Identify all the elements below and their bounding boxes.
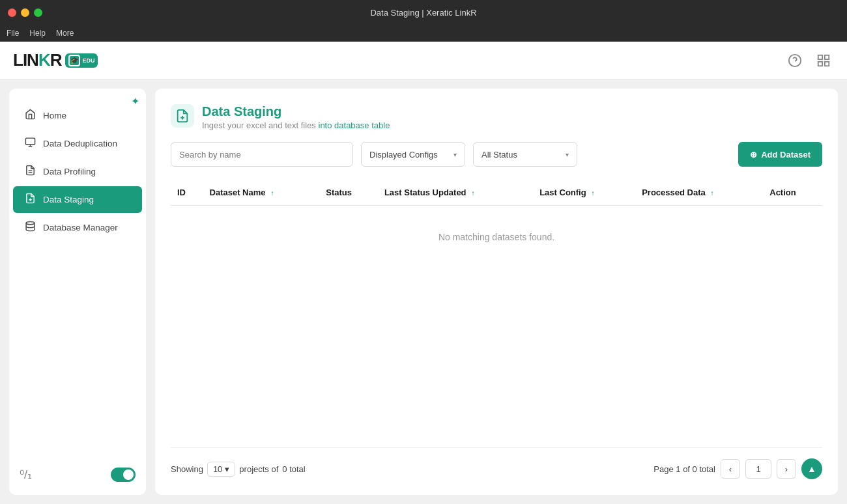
pagination-bar: Showing 10 ▾ projects of 0 total Page 1 … [171, 447, 822, 479]
dedup-icon [23, 137, 36, 150]
table-body: No matching datasets found. [171, 206, 822, 269]
app-container: LINKR 🎓 EDU [0, 42, 847, 504]
minimize-button[interactable] [21, 8, 29, 17]
sidebar-collapse-button[interactable]: ✦ [131, 95, 139, 107]
svg-rect-5 [825, 61, 829, 65]
sidebar-footer: ⁰/₁ [9, 461, 146, 488]
empty-state-message: No matching datasets found. [171, 206, 822, 269]
home-icon [23, 109, 36, 122]
badge-text: EDU [82, 57, 94, 64]
logo-text: LINKR [13, 50, 61, 70]
pagination-right: Page 1 of 0 total ‹ › ▲ [653, 458, 822, 479]
page-header: Data Staging Ingest your excel and text … [171, 104, 822, 130]
col-dataset-name[interactable]: Dataset Name ↑ [203, 180, 320, 206]
toolbar: Displayed Configs ▾ All Status ▾ ⊕ Add D… [171, 142, 822, 167]
profile-icon[interactable] [813, 50, 834, 71]
scroll-top-button[interactable]: ▲ [801, 458, 822, 479]
col-last-config[interactable]: Last Config ↑ [533, 180, 635, 206]
sidebar-label-dedup: Data Deduplication [43, 139, 117, 148]
header-icons [784, 50, 834, 71]
page-header-text: Data Staging Ingest your excel and text … [202, 104, 390, 130]
search-input[interactable] [171, 142, 353, 167]
badge-icon: 🎓 [68, 55, 80, 66]
subtitle-link[interactable]: into database table [319, 120, 390, 130]
displayed-configs-dropdown[interactable]: Displayed Configs ▾ [361, 142, 465, 167]
all-status-dropdown[interactable]: All Status ▾ [473, 142, 577, 167]
page-title: Data Staging [202, 104, 390, 119]
titlebar: Data Staging | Xeratic LinkR [0, 0, 847, 25]
sidebar-item-data-profiling[interactable]: Data Profiling [13, 158, 142, 185]
sidebar-label-staging: Data Staging [43, 195, 94, 204]
sidebar-item-database-manager[interactable]: Database Manager [13, 214, 142, 241]
shortcut-icon: ⁰/₁ [20, 468, 32, 482]
datasets-table: ID Dataset Name ↑ Status Last Status Upd… [171, 180, 822, 268]
sidebar-item-data-staging[interactable]: Data Staging [13, 186, 142, 213]
page-info: Page 1 of 0 total [653, 464, 715, 474]
theme-toggle[interactable] [111, 468, 136, 482]
app-header: LINKR 🎓 EDU [0, 42, 847, 79]
displayed-configs-label: Displayed Configs [369, 150, 438, 160]
maximize-button[interactable] [34, 8, 42, 17]
menubar: File Help More [0, 25, 847, 42]
close-button[interactable] [8, 8, 16, 17]
add-dataset-label: Add Dataset [761, 150, 811, 160]
sidebar-item-home[interactable]: Home [13, 102, 142, 129]
add-icon: ⊕ [750, 150, 757, 160]
per-page-select[interactable]: 10 ▾ [207, 462, 235, 477]
svg-point-13 [26, 221, 35, 224]
svg-rect-2 [818, 55, 822, 59]
all-status-label: All Status [481, 150, 517, 160]
sort-icon-last-status: ↑ [471, 189, 475, 197]
page-subtitle: Ingest your excel and text files into da… [202, 120, 390, 130]
main-layout: ✦ Home [0, 79, 847, 504]
sort-icon-last-config: ↑ [591, 189, 595, 197]
page-number-input[interactable] [745, 459, 771, 479]
logo: LINKR 🎓 EDU [13, 50, 98, 70]
next-page-button[interactable]: › [777, 459, 796, 479]
sidebar-label-home: Home [43, 111, 66, 120]
help-icon[interactable] [784, 50, 805, 71]
add-dataset-button[interactable]: ⊕ Add Dataset [738, 142, 822, 167]
window-title: Data Staging | Xeratic LinkR [370, 8, 476, 18]
page-header-icon [171, 104, 194, 128]
database-icon [23, 221, 36, 234]
sidebar-label-profiling: Data Profiling [43, 167, 96, 176]
sidebar-item-data-deduplication[interactable]: Data Deduplication [13, 130, 142, 157]
table-container: ID Dataset Name ↑ Status Last Status Upd… [171, 180, 822, 441]
sidebar-nav: Home Data Deduplication [9, 95, 146, 461]
profiling-icon [23, 165, 36, 178]
col-last-status-updated[interactable]: Last Status Updated ↑ [378, 180, 533, 206]
sort-icon-processed-data: ↑ [710, 189, 714, 197]
logo-badge: 🎓 EDU [65, 53, 98, 68]
sort-icon-dataset-name: ↑ [270, 189, 274, 197]
col-status: Status [319, 180, 378, 206]
table-header: ID Dataset Name ↑ Status Last Status Upd… [171, 180, 822, 206]
showing-label: Showing 10 ▾ projects of 0 total [171, 462, 306, 477]
empty-state-row: No matching datasets found. [171, 206, 822, 269]
sidebar: ✦ Home [9, 89, 146, 495]
prev-page-button[interactable]: ‹ [721, 459, 740, 479]
dropdown-arrow-status: ▾ [566, 151, 569, 158]
svg-rect-6 [25, 138, 35, 145]
staging-icon [23, 193, 36, 206]
menu-file[interactable]: File [7, 29, 19, 38]
dropdown-arrow-configs: ▾ [453, 151, 457, 158]
per-page-arrow: ▾ [225, 464, 229, 474]
svg-rect-3 [825, 55, 829, 59]
menu-more[interactable]: More [56, 29, 74, 38]
col-processed-data[interactable]: Processed Data ↑ [635, 180, 763, 206]
col-action: Action [763, 180, 822, 206]
sidebar-label-db: Database Manager [43, 223, 118, 232]
col-id: ID [171, 180, 203, 206]
content-area: Data Staging Ingest your excel and text … [155, 89, 838, 495]
window-controls [8, 8, 42, 17]
menu-help[interactable]: Help [29, 29, 46, 38]
svg-rect-4 [818, 61, 822, 65]
